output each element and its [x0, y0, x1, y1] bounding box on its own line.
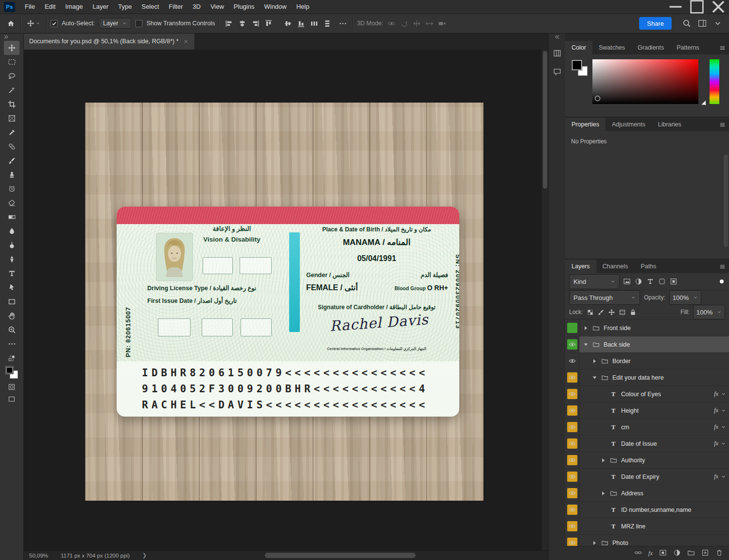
layer-name[interactable]: cm	[621, 424, 629, 431]
disclosure-arrow[interactable]	[593, 359, 596, 363]
minimize-button[interactable]	[665, 0, 686, 14]
auto-select-target-dropdown[interactable]: Layer	[99, 18, 131, 29]
brush-tool[interactable]	[4, 154, 19, 168]
adjustment-filter-icon[interactable]	[635, 278, 642, 285]
layer-name[interactable]: Address	[621, 490, 643, 497]
layer-row-height[interactable]: THeightfx	[565, 402, 729, 419]
comments-dock-button[interactable]	[551, 65, 564, 78]
visibility-cell[interactable]	[565, 502, 579, 518]
filter-toggle-icon[interactable]	[718, 278, 725, 285]
roll-3d-icon[interactable]	[400, 19, 408, 28]
color-panel-chips[interactable]	[572, 60, 588, 76]
tool-preset-picker[interactable]	[25, 18, 42, 28]
layer-effects-badge[interactable]: fx	[714, 407, 726, 414]
horizontal-scrollbar-thumb[interactable]	[265, 553, 416, 558]
status-flyout-arrow[interactable]: ❯	[142, 552, 147, 559]
menu-3d[interactable]: 3D	[188, 0, 206, 14]
object-selection-tool[interactable]	[4, 83, 19, 97]
menu-help[interactable]: Help	[292, 0, 314, 14]
layer-row-border[interactable]: Border	[565, 353, 729, 369]
swap-colors-icon[interactable]	[8, 355, 15, 362]
saturation-brightness-field[interactable]	[592, 59, 698, 104]
slide-3d-icon[interactable]	[425, 19, 434, 28]
foreground-color-chip[interactable]	[572, 60, 582, 70]
layer-name[interactable]: MRZ line	[621, 523, 645, 530]
photoshop-logo[interactable]: Ps	[4, 2, 15, 12]
blend-mode-dropdown[interactable]: Pass Through	[569, 290, 640, 305]
adjustment-layer-button[interactable]	[673, 549, 681, 558]
visibility-cell[interactable]	[565, 320, 579, 336]
disclosure-arrow[interactable]	[593, 541, 596, 545]
properties-tab-properties[interactable]: Properties	[565, 118, 606, 131]
camera-3d-icon[interactable]	[438, 19, 446, 28]
zoom-tool[interactable]	[4, 323, 19, 337]
layers-tab-channels[interactable]: Channels	[596, 260, 635, 273]
layer-row-back-side[interactable]: Back side	[565, 336, 729, 353]
fill-dropdown[interactable]: 100%	[693, 305, 725, 319]
layer-row-mrz-line[interactable]: TMRZ line	[565, 518, 729, 535]
frame-tool[interactable]	[4, 111, 19, 125]
layer-name[interactable]: Colour of Eyes	[621, 391, 661, 398]
disclosure-arrow[interactable]	[602, 458, 605, 462]
pen-tool[interactable]	[4, 252, 19, 266]
layer-effects-badge[interactable]: fx	[714, 423, 726, 431]
visibility-cell[interactable]	[565, 535, 579, 546]
type-filter-icon[interactable]	[646, 278, 654, 285]
type-tool[interactable]	[4, 266, 19, 280]
menu-window[interactable]: Window	[259, 0, 291, 14]
layer-name[interactable]: Back side	[604, 341, 630, 348]
layer-row-colour-of-eyes[interactable]: TColour of Eyesfx	[565, 386, 729, 402]
close-button[interactable]	[708, 0, 729, 14]
share-button[interactable]: Share	[639, 17, 672, 30]
layer-name[interactable]: Border	[612, 358, 631, 365]
new-group-button[interactable]	[687, 549, 695, 558]
disclosure-arrow[interactable]	[592, 376, 596, 379]
align-vertical-centers-button[interactable]	[282, 18, 294, 29]
eraser-tool[interactable]	[4, 196, 19, 210]
visibility-cell[interactable]	[565, 452, 579, 468]
gradient-tool[interactable]	[4, 210, 19, 224]
new-layer-button[interactable]	[701, 549, 709, 558]
layer-row-id-number-surname-name[interactable]: TID number,surname,name	[565, 502, 729, 518]
close-tab-icon[interactable]	[183, 39, 189, 44]
vertical-scrollbar[interactable]	[542, 50, 548, 551]
properties-scrollbar-thumb[interactable]	[724, 155, 728, 247]
pixel-layer-filter-icon[interactable]	[623, 278, 631, 285]
layer-name[interactable]: Photo	[612, 540, 628, 546]
lasso-tool[interactable]	[4, 69, 19, 83]
hand-tool[interactable]	[4, 309, 19, 323]
visibility-cell[interactable]	[565, 386, 579, 402]
menu-file[interactable]: File	[20, 0, 40, 14]
menu-layer[interactable]: Layer	[88, 0, 114, 14]
disclosure-arrow[interactable]	[584, 343, 588, 346]
workspace-switcher-icon[interactable]	[698, 19, 707, 28]
crop-tool[interactable]	[4, 97, 19, 111]
eyedropper-tool[interactable]	[4, 125, 19, 140]
layer-row-edit-your-data-here[interactable]: Edit your data here	[565, 369, 729, 386]
visibility-cell[interactable]	[565, 419, 579, 435]
auto-select-checkbox[interactable]	[51, 20, 58, 27]
shape-filter-icon[interactable]	[658, 278, 666, 285]
path-selection-tool[interactable]	[4, 280, 19, 295]
properties-tab-adjustments[interactable]: Adjustments	[606, 118, 652, 131]
color-cursor[interactable]	[595, 96, 600, 101]
layer-name[interactable]: Height	[621, 407, 639, 414]
menu-type[interactable]: Type	[113, 0, 137, 14]
menu-select[interactable]: Select	[137, 0, 164, 14]
layer-effects-badge[interactable]: fx	[714, 473, 726, 480]
layer-mask-button[interactable]	[659, 549, 667, 558]
layer-row-photo[interactable]: Photo	[565, 535, 729, 546]
rectangle-tool[interactable]	[4, 295, 19, 309]
disclosure-arrow[interactable]	[585, 326, 587, 330]
blur-tool[interactable]	[4, 224, 19, 238]
toolbar-collapse[interactable]	[0, 33, 23, 41]
canvas-viewport[interactable]: النظر و الإعاقة Vision & Disability Driv…	[23, 50, 542, 551]
layers-panel-menu[interactable]	[715, 260, 729, 273]
restore-button[interactable]	[686, 0, 708, 14]
visibility-cell[interactable]	[565, 469, 579, 485]
visibility-cell[interactable]	[565, 369, 579, 385]
layer-effects-badge[interactable]: fx	[714, 440, 726, 447]
align-top-edges-button[interactable]	[262, 18, 274, 29]
layer-name[interactable]: ID number,surname,name	[621, 507, 692, 513]
lock-transparency-icon[interactable]	[587, 309, 594, 316]
